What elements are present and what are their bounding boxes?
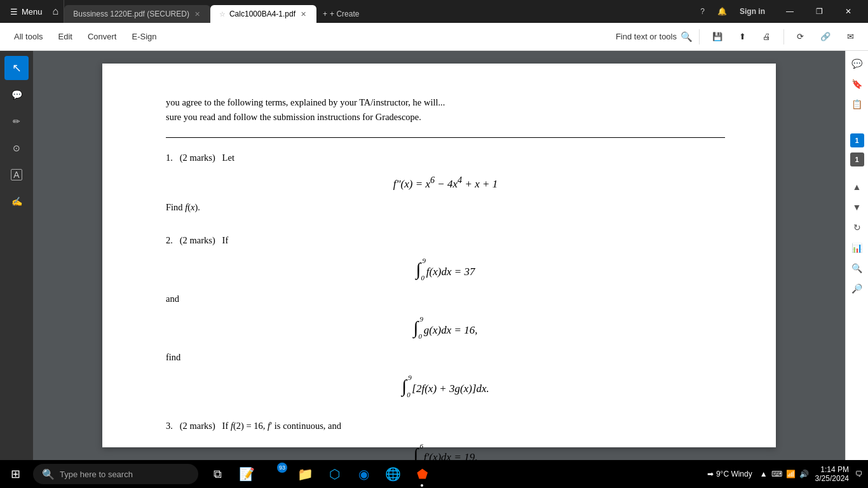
problem-3: 3. (2 marks) If f(2) = 16, f′ is continu…	[166, 419, 725, 460]
print-icon: 🖨	[763, 32, 771, 41]
problem-1-number: 1.	[166, 152, 173, 163]
clipboard-tool[interactable]: 📋	[848, 95, 866, 113]
taskbar-apps: ⧉ 📝 🛍 93 📁 ⬡ ◉ 🌐 ⬟	[203, 460, 436, 488]
tab-close-calc[interactable]: ✕	[299, 9, 308, 20]
signature-icon: ✍	[11, 196, 22, 207]
text-tool[interactable]: A	[4, 163, 29, 187]
page-number-indicator: 1	[850, 133, 864, 147]
problem-2-and: and	[166, 292, 725, 306]
home-button[interactable]: ⌂	[48, 0, 65, 23]
wifi-icon[interactable]: 📶	[786, 470, 796, 478]
store-badge: 93	[277, 463, 287, 473]
clock-widget[interactable]: 1:14 PM 3/25/2024	[813, 465, 851, 483]
problem-1-marks: (2 marks)	[180, 152, 215, 163]
scroll-down-tool[interactable]: ▼	[848, 198, 866, 216]
taskbar-right: ➡ 9°C Windy ▲ ⌨ 📶 🔊 1:14 PM 3/25/2024 🗨	[703, 465, 868, 483]
print-button[interactable]: 🖨	[756, 29, 777, 44]
toolbar-separator2	[783, 29, 784, 44]
annotate-tool[interactable]: 💬	[4, 83, 29, 107]
zoom-in-tool[interactable]: 🔍	[848, 259, 866, 277]
edge-app[interactable]: ⬡	[320, 460, 348, 488]
menu-button[interactable]: ☰ Menu	[5, 0, 48, 23]
weather-text: 9°C Windy	[716, 470, 752, 478]
store-app[interactable]: 🛍 93	[262, 460, 290, 488]
menu-icon: ☰	[10, 7, 18, 17]
signin-button[interactable]: Sign in	[735, 4, 770, 18]
chevron-up-icon: ▲	[853, 182, 862, 192]
notes-app[interactable]: 📝	[233, 460, 261, 488]
scroll-up-tool[interactable]: ▲	[848, 178, 866, 196]
email-icon: ✉	[847, 32, 854, 41]
signature-tool[interactable]: ✍	[4, 189, 29, 214]
menu-label: Menu	[22, 7, 43, 17]
upload-button[interactable]: ⬆	[733, 29, 752, 44]
new-tab-button[interactable]: + + Create	[316, 5, 365, 23]
tab-calc[interactable]: ☆ Calc1000BA4-1.pdf ✕	[210, 5, 316, 23]
refresh-tool[interactable]: ↻	[848, 219, 866, 236]
save-icon: 💾	[712, 32, 722, 41]
convert-button[interactable]: Convert	[81, 29, 123, 44]
pencil-tool[interactable]: ✏	[4, 109, 29, 133]
files-app[interactable]: 📁	[291, 460, 319, 488]
share-icon: ⟳	[797, 32, 804, 41]
annotate-icon: 💬	[11, 90, 22, 100]
outlook-icon: ◉	[358, 466, 369, 482]
close-button[interactable]: ✕	[834, 0, 863, 23]
close-icon: ✕	[845, 7, 851, 16]
esign-label: E-Sign	[132, 32, 156, 41]
upload-icon: ⬆	[739, 32, 746, 41]
problem-3-stem: If f(2) = 16, f′ is continuous, and	[222, 421, 341, 431]
minimize-button[interactable]: —	[775, 0, 804, 23]
alltools-button[interactable]: All tools	[8, 29, 50, 44]
taskview-app[interactable]: ⧉	[203, 460, 231, 488]
select-tool[interactable]: ↖	[4, 56, 29, 80]
zoom-out-tool[interactable]: 🔎	[848, 280, 866, 297]
tab-close-business[interactable]: ✕	[193, 9, 201, 20]
cursor-icon: ↖	[12, 61, 22, 75]
eraser-tool[interactable]: ⊙	[4, 136, 29, 160]
start-button[interactable]: ⊞	[0, 460, 31, 488]
notification-icon[interactable]: 🗨	[855, 470, 863, 478]
comments-tool[interactable]: 💬	[848, 55, 866, 72]
tab-business[interactable]: Bussiness 1220E.pdf (SECURED) ✕	[64, 5, 210, 23]
esign-button[interactable]: E-Sign	[125, 29, 163, 44]
maximize-button[interactable]: ❐	[804, 0, 834, 23]
email-button[interactable]: ✉	[841, 29, 860, 44]
toolbar-right: Find text or tools 🔍 💾 ⬆ 🖨 ⟳ 🔗 ✉	[616, 29, 860, 44]
intro-text: you agree to the following terms, explai…	[166, 95, 725, 125]
title-actions: ? 🔔 Sign in	[690, 4, 775, 18]
spreadsheet-tool[interactable]: 📊	[848, 239, 866, 257]
search-icon[interactable]: 🔍	[681, 31, 693, 43]
problem-2-find: find	[166, 350, 725, 365]
volume-icon[interactable]: 🔊	[799, 470, 809, 478]
right-sidebar: 💬 🔖 📋 1 1 ▲ ▼ ↻ 📊 🔍 🔎	[845, 51, 868, 460]
problem-1-stem: Let	[222, 152, 234, 163]
refresh-icon: ↻	[853, 222, 861, 233]
pdf-viewer[interactable]: you agree to the following terms, explai…	[33, 51, 845, 460]
find-tools[interactable]: Find text or tools 🔍	[616, 31, 693, 43]
taskbar: ⊞ 🔍 Type here to search ⧉ 📝 🛍 93 📁 ⬡ ◉ 🌐…	[0, 460, 868, 488]
up-arrow-icon[interactable]: ▲	[760, 470, 768, 478]
bookmark-tool[interactable]: 🔖	[848, 75, 866, 93]
link-button[interactable]: 🔗	[814, 29, 837, 44]
problem-3-header: 3. (2 marks) If f(2) = 16, f′ is continu…	[166, 419, 725, 433]
share-button[interactable]: ⟳	[790, 29, 810, 44]
tab-label-calc: Calc1000BA4-1.pdf	[229, 10, 295, 18]
pencil-icon: ✏	[13, 116, 20, 126]
search-bar[interactable]: 🔍 Type here to search	[33, 464, 198, 484]
page-total-indicator: 1	[850, 152, 864, 166]
save-button[interactable]: 💾	[706, 29, 729, 44]
outlook-app[interactable]: ◉	[349, 460, 377, 488]
edit-button[interactable]: Edit	[52, 29, 79, 44]
minimize-icon: —	[786, 7, 794, 16]
zoom-out-icon: 🔎	[851, 283, 862, 294]
chevron-down-icon: ▼	[853, 202, 862, 212]
bell-icon[interactable]: 🔔	[712, 4, 732, 18]
acrobat-app[interactable]: ⬟	[408, 460, 436, 488]
keyboard-icon[interactable]: ⌨	[771, 470, 782, 478]
files-icon: 📁	[297, 466, 313, 482]
chrome-app[interactable]: 🌐	[379, 460, 407, 488]
help-icon[interactable]: ?	[695, 4, 710, 18]
main-area: ↖ 💬 ✏ ⊙ A ✍ you agree to the following t…	[0, 51, 868, 460]
weather-widget[interactable]: ➡ 9°C Windy	[703, 470, 756, 478]
